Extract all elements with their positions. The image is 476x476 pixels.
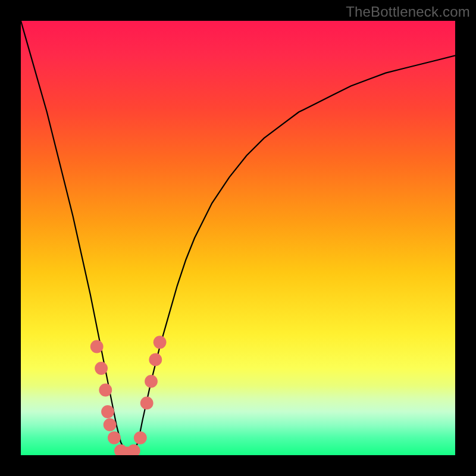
bottleneck-curve-line	[21, 21, 455, 455]
bottleneck-curve	[21, 21, 455, 455]
curve-marker	[95, 362, 108, 375]
curve-marker	[127, 444, 140, 455]
curve-marker	[145, 375, 158, 388]
curve-marker	[99, 384, 112, 397]
chart-svg	[21, 21, 455, 455]
curve-marker	[149, 353, 162, 367]
chart-frame: TheBottleneck.com	[0, 0, 476, 476]
curve-marker	[134, 431, 147, 444]
curve-marker	[108, 431, 121, 444]
watermark-text: TheBottleneck.com	[346, 4, 470, 20]
plot-area	[21, 21, 455, 455]
curve-marker	[90, 340, 104, 353]
curve-marker	[101, 405, 114, 418]
curve-marker	[140, 397, 154, 410]
curve-marker	[154, 336, 167, 349]
curve-marker	[104, 418, 117, 431]
